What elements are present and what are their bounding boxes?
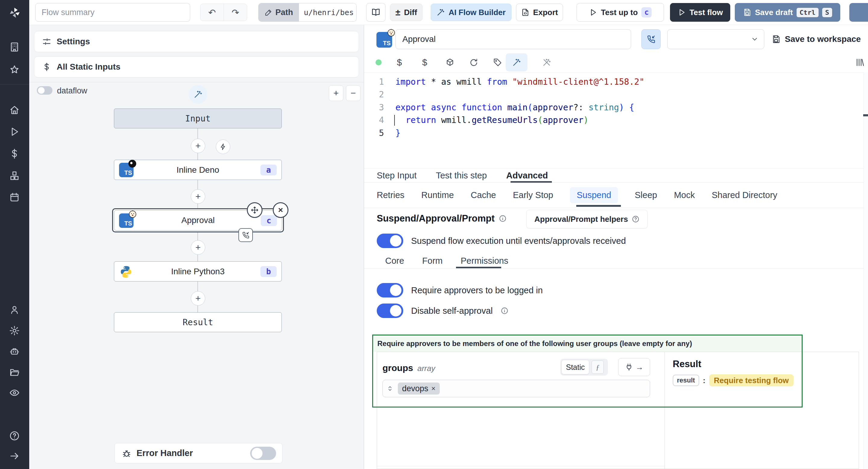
all-static-inputs-button[interactable]: All Static Inputs: [34, 56, 359, 77]
user-icon[interactable]: [9, 305, 20, 315]
save-to-workspace-button[interactable]: Save to workspace: [772, 29, 861, 49]
node-inline-deno[interactable]: TS Inline Deno a: [114, 160, 282, 180]
ai-flow-builder-button[interactable]: AI Flow Builder: [431, 4, 512, 21]
save-draft-button[interactable]: Save draft Ctrl S: [735, 3, 840, 22]
subtab-cache[interactable]: Cache: [471, 190, 496, 200]
resources-cubes-icon[interactable]: [9, 170, 20, 181]
export-file-icon: [521, 8, 530, 17]
error-handler-card[interactable]: Error Handler: [115, 443, 282, 463]
tab-test-this-step[interactable]: Test this step: [436, 170, 487, 181]
diff-label: Diff: [404, 8, 417, 17]
subtab-runtime[interactable]: Runtime: [421, 190, 454, 200]
add-trigger-button[interactable]: [216, 139, 230, 154]
step-name-input[interactable]: [396, 29, 631, 49]
subtab-mock[interactable]: Mock: [674, 190, 695, 200]
help-icon[interactable]: [9, 430, 20, 441]
star-icon[interactable]: [9, 64, 20, 75]
zoom-out-button[interactable]: −: [346, 85, 361, 101]
deploy-button-partial[interactable]: [849, 3, 868, 22]
path-group: Path u/henri/bes: [258, 3, 356, 22]
node-inline-python[interactable]: Inline Python3 b: [114, 261, 282, 282]
advanced-subtabs: Retries Runtime Cache Early Stop Suspend…: [364, 183, 868, 208]
groups-multiselect-input[interactable]: devops ×: [382, 380, 650, 397]
collapse-arrow-icon[interactable]: [9, 450, 20, 462]
docs-book-button[interactable]: [366, 3, 385, 22]
info-icon[interactable]: [501, 307, 508, 315]
bug-icon: [122, 449, 131, 458]
error-handler-toggle[interactable]: [250, 447, 276, 460]
add-step-button[interactable]: +: [191, 139, 205, 153]
subtab-retries[interactable]: Retries: [377, 190, 404, 200]
node-input[interactable]: Input: [114, 108, 282, 128]
node-result[interactable]: Result: [114, 312, 282, 332]
diff-button[interactable]: ±Diff: [390, 4, 423, 21]
folder-icon[interactable]: [9, 367, 20, 378]
require-logged-in-toggle[interactable]: [377, 283, 403, 298]
test-flow-button[interactable]: Test flow: [670, 3, 730, 22]
tab-form[interactable]: Form: [422, 256, 443, 266]
ai-assist-wand-button[interactable]: [506, 53, 527, 71]
group-tag: devops ×: [398, 382, 440, 395]
export-button[interactable]: Export: [516, 4, 563, 21]
flow-settings-label: Settings: [57, 37, 90, 46]
home-icon[interactable]: [9, 104, 20, 116]
ai-flow-builder-label: AI Flow Builder: [448, 8, 505, 17]
worker-group-select[interactable]: [667, 29, 764, 49]
gear-icon[interactable]: [9, 325, 20, 336]
function-option[interactable]: ƒ: [592, 361, 604, 374]
edit-path-button[interactable]: Path: [258, 3, 299, 22]
approval-prompt-helpers-button[interactable]: Approval/Prompt helpers: [526, 210, 648, 228]
tag-icon[interactable]: [489, 54, 506, 71]
dataflow-toggle[interactable]: [37, 86, 53, 95]
editor-scrollbar[interactable]: [864, 72, 868, 469]
connect-input-button[interactable]: →: [618, 358, 650, 376]
tab-step-input[interactable]: Step Input: [377, 170, 416, 181]
package-icon[interactable]: [441, 54, 458, 71]
static-option[interactable]: Static: [561, 360, 589, 374]
runs-play-icon[interactable]: [9, 126, 20, 137]
zoom-in-button[interactable]: +: [329, 85, 343, 101]
windmill-logo-icon[interactable]: [8, 6, 22, 19]
result-key-badge[interactable]: result: [673, 375, 699, 386]
add-step-button[interactable]: +: [191, 291, 205, 306]
editor-divider: [364, 72, 868, 73]
resource-picker-button[interactable]: $: [416, 54, 433, 71]
flow-settings-button[interactable]: Settings: [34, 31, 359, 52]
path-value[interactable]: u/henri/bes: [299, 3, 356, 22]
subtab-shared-directory[interactable]: Shared Directory: [712, 190, 777, 200]
code-line: return wmill.getResumeUrls(approver): [396, 115, 589, 125]
add-step-button[interactable]: +: [191, 189, 205, 204]
add-step-button[interactable]: +: [191, 240, 205, 255]
subtab-early-stop[interactable]: Early Stop: [513, 190, 553, 200]
info-icon[interactable]: [499, 215, 507, 222]
approval-phone-toggle-button[interactable]: [641, 29, 661, 49]
remove-tag-button[interactable]: ×: [431, 384, 435, 393]
approval-phone-badge[interactable]: [239, 228, 253, 242]
test-up-to-button[interactable]: Test up to c: [577, 3, 664, 22]
tab-permissions[interactable]: Permissions: [461, 256, 508, 266]
tab-core[interactable]: Core: [385, 256, 404, 266]
tab-advanced[interactable]: Advanced: [506, 170, 548, 181]
reload-icon[interactable]: [465, 54, 482, 71]
eye-icon[interactable]: [9, 387, 20, 398]
library-icon[interactable]: [851, 54, 868, 71]
worker-robot-icon[interactable]: [9, 346, 20, 357]
undo-button[interactable]: ↶: [200, 4, 224, 21]
variable-picker-button[interactable]: $: [391, 54, 408, 71]
schedules-calendar-icon[interactable]: [9, 192, 20, 202]
suspend-toggle-row: Suspend flow execution until events/appr…: [377, 233, 626, 248]
face-emoji-icon: [387, 28, 396, 37]
delete-step-button[interactable]: ×: [273, 202, 288, 218]
building-icon[interactable]: [9, 41, 20, 53]
ai-off-wand-icon[interactable]: [538, 54, 555, 71]
subtab-sleep[interactable]: Sleep: [635, 190, 657, 200]
flow-summary-input[interactable]: [35, 3, 190, 22]
move-step-button[interactable]: [247, 202, 262, 218]
variables-dollar-icon[interactable]: [9, 148, 20, 159]
subtab-suspend[interactable]: Suspend: [570, 187, 618, 203]
graph-ai-wand-button[interactable]: [189, 85, 207, 104]
suspend-flow-toggle-label: Suspend flow execution until events/appr…: [411, 236, 626, 246]
redo-button[interactable]: ↷: [224, 4, 247, 21]
suspend-flow-toggle[interactable]: [377, 233, 403, 248]
disable-self-approval-toggle[interactable]: [377, 304, 403, 318]
